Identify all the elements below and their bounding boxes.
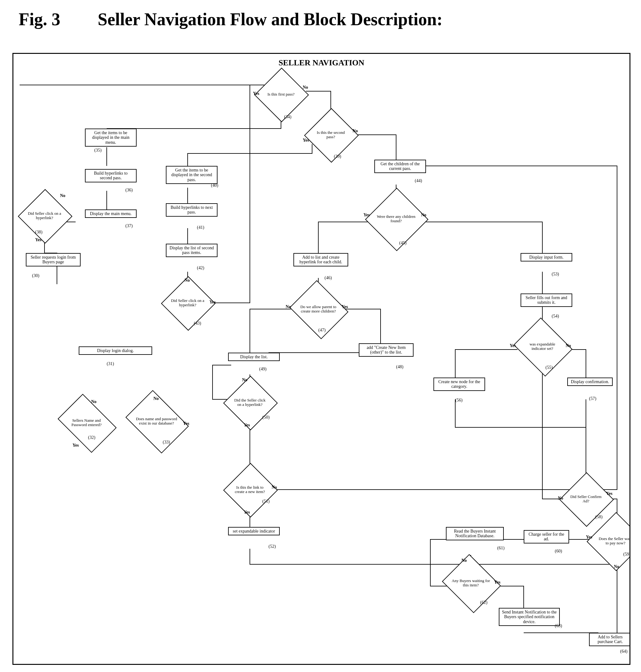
- process-display-confirmation: Display confirmation.: [567, 378, 613, 386]
- figure-caption: Fig. 3 Seller Navigation Flow and Block …: [19, 9, 442, 29]
- process-display-login: Display login dialog.: [79, 347, 152, 355]
- edge-no: No: [558, 496, 563, 501]
- edge-no: No: [614, 564, 619, 569]
- ref-51: (51): [262, 499, 270, 504]
- ref-44: (44): [415, 178, 422, 183]
- process-get-menu-items: Get the items to be displayed in the mai…: [85, 129, 137, 147]
- edge-yes: Yes: [364, 213, 370, 218]
- ref-30: (30): [32, 273, 39, 278]
- process-build-links-next: Build hyperlinks to next pass.: [166, 203, 218, 217]
- ref-60: (60): [555, 549, 562, 554]
- edge-no: No: [353, 129, 358, 134]
- decision-allow-more-children: Do we allow parent to create more childr…: [297, 291, 340, 328]
- process-add-to-cart: Add to Sellers purchase Cart.: [589, 633, 630, 646]
- process-read-buyers-db: Read the Buyers Instant Notification Dat…: [446, 527, 504, 540]
- ref-40: (40): [211, 183, 218, 188]
- decision-seller-confirm-ad: Did Seller Confirm Ad?: [567, 480, 604, 518]
- process-display-input-form: Display input form.: [521, 253, 572, 261]
- edge-no: No: [185, 278, 190, 283]
- ref-38: (38): [35, 230, 42, 235]
- process-charge-seller: Charge seller for the ad.: [524, 530, 569, 543]
- ref-31: (31): [107, 361, 114, 366]
- ref-54: (54): [552, 314, 559, 319]
- edge-no: No: [462, 558, 467, 563]
- ref-42: (42): [197, 266, 204, 270]
- decision-second-pass: Is this the second pass?: [312, 116, 350, 153]
- process-display-second-pass: Display the list of second pass items.: [166, 244, 218, 257]
- ref-34: (34): [284, 115, 291, 120]
- decision-first-pass: Is this first pass?: [262, 76, 300, 113]
- edge-yes: Yes: [253, 91, 259, 96]
- process-create-node: Create new node for the category.: [434, 378, 485, 391]
- edge-yes: Yes: [244, 510, 250, 515]
- flowchart-canvas: SELLER NAVIGATION: [12, 53, 630, 665]
- edge-yes: Yes: [494, 580, 500, 585]
- ref-64: (64): [620, 649, 627, 654]
- edge-yes: Yes: [303, 138, 309, 143]
- decision-credentials-entered: Sellers Name and Password entered?: [63, 406, 110, 440]
- process-add-to-list: Add to list and create hyperlink for eac…: [294, 253, 348, 266]
- edge-no: No: [286, 305, 291, 309]
- process-get-children: Get the children of the current pass.: [374, 160, 426, 173]
- edge-no: No: [303, 85, 308, 90]
- edge-yes: Yes: [586, 535, 592, 540]
- process-set-expandable: set expandable indicator: [228, 527, 280, 535]
- edge-yes: Yes: [35, 238, 41, 242]
- edge-yes: Yes: [244, 423, 250, 428]
- process-send-notification: Send Instant Notification to the Buyers …: [499, 608, 560, 626]
- edge-yes: Yes: [342, 305, 348, 309]
- ref-39: (39): [334, 154, 341, 159]
- ref-37: (37): [125, 224, 133, 228]
- ref-52: (52): [269, 544, 276, 549]
- ref-53: (53): [552, 272, 559, 277]
- edge-no: No: [60, 193, 65, 198]
- ref-50: (50): [262, 415, 270, 420]
- ref-49: (49): [259, 367, 267, 372]
- ref-59: (59): [623, 552, 630, 557]
- ref-46: (46): [325, 275, 332, 280]
- edge-no: No: [566, 343, 571, 348]
- edge-yes: Yes: [510, 343, 516, 348]
- edge-yes: Yes: [606, 491, 612, 496]
- ref-63: (63): [555, 623, 562, 629]
- process-build-links-second: Build hyperlinks to second pass.: [85, 169, 137, 183]
- decision-children-found: Were there any children found?: [374, 197, 418, 241]
- edge-yes: Yes: [183, 421, 189, 426]
- edge-yes: Yes: [209, 300, 216, 305]
- decision-click-hyperlink-43: Did Seller click on a hyperlink?: [169, 284, 206, 322]
- decision-expandable-set: was expandable indicator set?: [521, 328, 564, 365]
- process-seller-submits-form: Seller fills out form and submits it.: [521, 294, 572, 307]
- edge-no: No: [153, 396, 159, 401]
- ref-56: (56): [455, 398, 462, 403]
- ref-47: (47): [318, 328, 326, 333]
- figure-number: Fig. 3: [19, 9, 93, 29]
- ref-58: (58): [595, 514, 602, 520]
- edge-yes: Yes: [72, 443, 79, 448]
- ref-57: (57): [589, 396, 596, 401]
- ref-32: (32): [88, 435, 95, 440]
- ref-45: (45): [399, 241, 406, 245]
- ref-61: (61): [497, 546, 504, 551]
- decision-credentials-db: Does name and password exist in our data…: [132, 402, 181, 440]
- ref-55: (55): [545, 365, 553, 370]
- process-display-list: Display the list.: [228, 353, 280, 361]
- ref-33: (33): [163, 440, 170, 445]
- ref-35: (35): [94, 148, 101, 153]
- ref-43: (43): [194, 321, 201, 326]
- process-display-menu: Display the main menu.: [85, 210, 137, 218]
- edge-no: No: [242, 378, 247, 382]
- decision-buyers-waiting: Any Buyers waiting for this item?: [449, 564, 493, 602]
- ref-41: (41): [197, 225, 204, 230]
- ref-48: (48): [396, 364, 403, 369]
- figure-title: Seller Navigation Flow and Block Descrip…: [98, 10, 442, 29]
- ref-62: (62): [480, 600, 487, 605]
- edge-no: No: [91, 399, 96, 404]
- edge-no: No: [272, 485, 277, 490]
- process-get-second-pass-items: Get the items to be displayed in the sec…: [166, 166, 218, 184]
- process-seller-requests-login: Seller requests login from Buyers page: [26, 253, 81, 266]
- ref-36: (36): [125, 188, 133, 193]
- edge-no: No: [421, 213, 426, 218]
- process-add-create-other: add "Create New Item (other)" to the lis…: [359, 343, 413, 357]
- decision-click-hyperlink-38: Did Seller click on a hyperlink?: [26, 197, 63, 234]
